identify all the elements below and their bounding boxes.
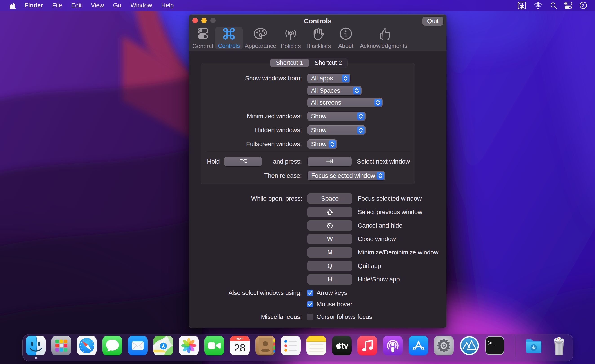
svg-text:28: 28 — [234, 342, 245, 354]
groupbox-separator — [205, 152, 410, 152]
dock-item-finder[interactable] — [26, 336, 46, 356]
dock-item-facetime[interactable] — [205, 336, 224, 356]
hold-key-recorder[interactable] — [224, 157, 262, 166]
menu-item-edit[interactable]: Edit — [71, 2, 82, 9]
action-label-quit-app: Quit app — [358, 262, 381, 269]
stepper-icon — [357, 126, 365, 134]
menu-item-file[interactable]: File — [52, 2, 62, 9]
checkbox-mouse-hover[interactable] — [307, 301, 313, 308]
control-center-icon[interactable] — [564, 0, 572, 11]
dock-item-podcasts[interactable] — [383, 336, 403, 356]
action-label-focus-selected-window: Focus selected window — [358, 195, 422, 202]
action-label-minimize-deminimize-window: Minimize/Deminimize window — [358, 249, 438, 256]
row-label-miscellaneous: Miscellaneous: — [261, 313, 302, 321]
action-label-select-previous-window: Select previous window — [358, 208, 422, 216]
menu-item-help[interactable]: Help — [161, 2, 174, 9]
popup-all-screens-2[interactable]: All screens — [307, 98, 383, 107]
popup-value: All Spaces — [307, 87, 340, 94]
window-switcher-icon[interactable] — [517, 0, 526, 11]
dock-item-maps[interactable] — [154, 336, 173, 356]
dock-item-mail[interactable] — [128, 336, 148, 356]
menu-item-finder[interactable]: Finder — [24, 2, 43, 9]
key-display-focus-selected-window: Space — [308, 194, 352, 203]
select-next-window-label: Select next window — [357, 158, 410, 165]
tab-shortcut-2[interactable]: Shortcut 2 — [309, 58, 348, 68]
shortcut-tabs: Shortcut 1Shortcut 2 — [270, 58, 347, 68]
search-icon[interactable] — [550, 0, 557, 11]
stepper-icon — [377, 172, 384, 179]
svg-text:tv: tv — [341, 341, 348, 350]
hold-label: Hold — [207, 158, 220, 165]
key-display-close-window: W — [308, 234, 352, 244]
action-label-hide-show-app: Hide/Show app — [358, 276, 400, 283]
popup-value: All apps — [307, 75, 333, 82]
popup-value: Show — [307, 113, 326, 120]
key-display-cancel-and-hide — [308, 221, 352, 230]
row-label-also-select-windows-using: Also select windows using: — [228, 289, 302, 296]
dock-item-alt-tab[interactable] — [460, 336, 479, 356]
dock-item-messages[interactable] — [102, 336, 122, 356]
popup-value: Show — [307, 127, 326, 134]
dock-item-reminders[interactable] — [281, 336, 301, 356]
press-key-recorder[interactable] — [308, 157, 352, 166]
stepper-icon — [342, 75, 349, 82]
menu-item-go[interactable]: Go — [113, 2, 121, 9]
apple-logo-icon[interactable] — [9, 2, 15, 9]
row-label-show-windows-from: Show windows from: — [245, 75, 302, 82]
action-label-close-window: Close window — [358, 235, 396, 243]
dock: MAY28tv>_ — [22, 334, 574, 361]
key-display-hide-show-app: H — [308, 275, 352, 284]
key-display-select-previous-window — [308, 207, 352, 217]
dock-item-trash[interactable] — [549, 336, 569, 356]
dock-item-photos[interactable] — [179, 336, 199, 356]
popup-value: Show — [307, 140, 326, 148]
menu-items: FinderFileEditViewGoWindowHelp — [24, 0, 174, 11]
action-label-cancel-and-hide: Cancel and hide — [358, 222, 403, 229]
app-window-controls: Controls Quit GeneralControlsAppearanceP… — [189, 14, 446, 328]
running-indicator — [35, 357, 37, 359]
dock-item-downloads[interactable] — [524, 336, 544, 356]
checkbox-label-mouse-hover: Mouse hover — [317, 301, 352, 308]
and-press-label: and press: — [273, 158, 302, 165]
then-release-popup[interactable]: Focus selected window — [308, 171, 385, 180]
checkbox-cursor-follows-focus[interactable] — [307, 314, 313, 320]
checkbox-label-arrow-keys: Arrow keys — [317, 289, 347, 296]
popup-all-spaces-1[interactable]: All Spaces — [307, 86, 361, 95]
popup-show-3[interactable]: Show — [307, 111, 366, 121]
window-content: Shortcut 1Shortcut 2 Show windows from:A… — [189, 14, 446, 328]
svg-text:MAY: MAY — [236, 337, 243, 340]
dock-item-app-store[interactable] — [409, 336, 428, 356]
dock-item-calendar[interactable]: MAY28 — [230, 336, 250, 356]
popup-show-5[interactable]: Show — [307, 139, 337, 149]
dock-item-terminal[interactable]: >_ — [485, 336, 505, 356]
menu-bar: FinderFileEditViewGoWindowHelp — [0, 0, 595, 11]
checkbox-label-cursor-follows-focus: Cursor follows focus — [317, 313, 372, 321]
tab-key-glyph — [325, 156, 335, 167]
stepper-icon — [353, 87, 361, 95]
option-key-glyph — [239, 156, 247, 167]
popup-value: All screens — [307, 99, 341, 106]
dock-item-notes[interactable] — [306, 336, 326, 356]
row-label-hidden-windows: Hidden windows: — [255, 127, 302, 134]
row-label-fullscreen-windows: Fullscreen windows: — [246, 140, 302, 148]
popup-all-apps-0[interactable]: All apps — [307, 74, 350, 83]
wifi-alert-icon[interactable] — [534, 0, 543, 11]
menu-item-window[interactable]: Window — [131, 2, 152, 9]
prompt-circle-icon[interactable] — [579, 0, 587, 11]
stepper-icon — [374, 99, 382, 106]
row-label-minimized-windows: Minimized windows: — [247, 113, 302, 120]
dock-item-launchpad[interactable] — [51, 336, 71, 356]
dock-item-system-preferences[interactable] — [434, 336, 454, 356]
popup-show-4[interactable]: Show — [307, 125, 366, 135]
tab-shortcut-1[interactable]: Shortcut 1 — [270, 59, 309, 67]
dock-item-contacts[interactable] — [255, 336, 275, 356]
checkbox-arrow-keys[interactable] — [307, 290, 313, 296]
dock-item-safari[interactable] — [77, 336, 97, 356]
menu-item-view[interactable]: View — [91, 2, 104, 9]
stepper-icon — [357, 112, 365, 120]
dock-item-tv[interactable]: tv — [332, 336, 352, 356]
key-display-quit-app: Q — [308, 261, 352, 271]
dock-separator — [515, 335, 516, 358]
popup-value: Focus selected window — [308, 172, 375, 179]
dock-item-music[interactable] — [357, 336, 377, 356]
